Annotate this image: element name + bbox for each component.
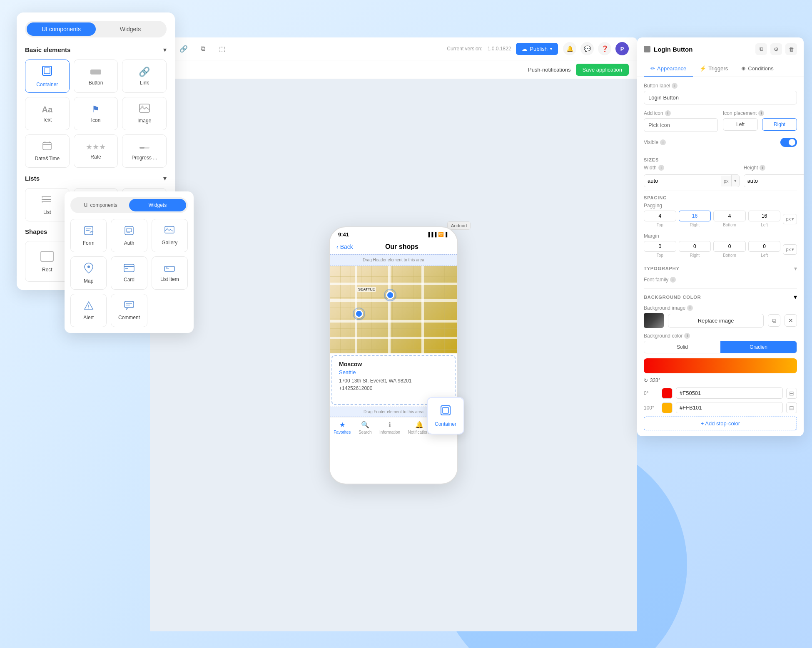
copy-icon[interactable]: ⧉ <box>197 42 209 55</box>
stop-100-delete-button[interactable]: ⊟ <box>786 402 797 413</box>
widgets-tab-widgets[interactable]: Widgets <box>129 199 186 211</box>
margin-top-label: Top <box>657 253 663 258</box>
widget-comment[interactable]: Comment <box>111 294 147 327</box>
notifications-icon: 🔔 <box>415 421 423 429</box>
component-list[interactable]: List <box>25 188 70 221</box>
favorites-label: Favorites <box>334 430 351 434</box>
height-input[interactable] <box>744 175 804 187</box>
font-family-label: Font-family i <box>644 277 797 283</box>
help-icon[interactable]: ❓ <box>598 42 611 55</box>
tab-ui-components[interactable]: UI components <box>27 22 96 36</box>
lists-header: Lists ▾ <box>25 174 167 182</box>
tab-search[interactable]: 🔍 Search <box>359 421 372 434</box>
link-toolbar-icon[interactable]: 🔗 <box>177 42 190 55</box>
bg-section-header[interactable]: BACKGROUND COLOR ▾ <box>644 288 797 305</box>
width-input[interactable] <box>644 175 721 187</box>
chat-icon[interactable]: 💬 <box>580 42 594 55</box>
margin-top-input[interactable] <box>644 241 676 252</box>
user-avatar[interactable]: P <box>615 42 629 55</box>
placement-left-button[interactable]: Left <box>723 118 758 131</box>
widget-auth[interactable]: Auth <box>111 219 147 252</box>
widget-form[interactable]: Form <box>70 219 107 252</box>
component-link[interactable]: 🔗 Link <box>122 60 167 93</box>
width-input-row: px ▾ <box>644 174 740 187</box>
padding-bottom-group: Bottom <box>713 211 746 227</box>
typography-chevron[interactable]: ▾ <box>794 265 797 272</box>
basic-elements-chevron[interactable]: ▾ <box>163 46 167 54</box>
stop-0-delete-button[interactable]: ⊟ <box>786 388 797 399</box>
stop-100-hex-input[interactable] <box>676 402 783 413</box>
tab-appearance[interactable]: ✏ Appearance <box>644 61 693 77</box>
add-stop-color-button[interactable]: + Add stop-color <box>644 417 797 430</box>
margin-bottom-input[interactable] <box>713 241 746 252</box>
stop-100-swatch[interactable] <box>662 402 673 413</box>
padding-top-input[interactable] <box>644 211 676 221</box>
svg-point-16 <box>42 201 43 203</box>
rect-icon <box>40 250 55 264</box>
padding-left-input[interactable] <box>748 211 781 221</box>
panel-duplicate-button[interactable]: ⧉ <box>755 43 767 55</box>
margin-right-input[interactable] <box>679 241 711 252</box>
component-image[interactable]: Image <box>122 97 167 130</box>
stop-0-hex-input[interactable] <box>676 387 783 399</box>
component-button[interactable]: Button <box>74 60 118 93</box>
margin-unit-text: px <box>786 247 791 252</box>
widgets-tab-ui[interactable]: UI components <box>72 199 129 211</box>
gradient-tab-button[interactable]: Gradien <box>720 341 797 353</box>
padding-unit-chevron: ▾ <box>792 216 794 222</box>
bg-image-row: Replace image ⧉ ✕ <box>644 313 797 328</box>
tab-conditions[interactable]: ⊕ Conditions <box>735 61 780 77</box>
stop-100-position: 100° <box>644 405 658 411</box>
widget-alert[interactable]: Alert <box>70 294 107 327</box>
shop-phone[interactable]: +14252612000 <box>339 385 448 392</box>
widget-map[interactable]: Map <box>70 256 107 290</box>
margin-left-input[interactable] <box>748 241 781 252</box>
component-text[interactable]: Aa Text <box>25 97 70 130</box>
expand-icon[interactable]: ⬚ <box>216 42 228 55</box>
map-road-v2 <box>388 266 391 353</box>
visible-toggle[interactable] <box>780 138 797 147</box>
panel-settings-button[interactable]: ⚙ <box>770 43 782 55</box>
tab-favorites[interactable]: ★ Favorites <box>334 421 351 434</box>
icon-picker-input[interactable] <box>644 118 718 132</box>
component-progress[interactable]: Progress ... <box>122 134 167 168</box>
back-button[interactable]: ‹ Back <box>336 243 353 250</box>
bg-delete-icon[interactable]: ✕ <box>785 314 797 327</box>
container-drag-widget[interactable]: Container <box>427 397 464 434</box>
button-icon <box>90 67 102 77</box>
bg-copy-icon[interactable]: ⧉ <box>768 314 780 327</box>
lists-chevron[interactable]: ▾ <box>163 174 167 182</box>
padding-right-input[interactable] <box>679 211 711 221</box>
component-datetime[interactable]: Date&Time <box>25 134 70 168</box>
widgets-panel: UI components Widgets Form Auth Gallery <box>65 191 194 333</box>
solid-tab-button[interactable]: Solid <box>644 341 720 353</box>
triggers-label: Triggers <box>708 65 728 72</box>
bell-icon[interactable]: 🔔 <box>563 42 576 55</box>
city2-label[interactable]: Seattle <box>339 369 448 375</box>
width-unit-chevron[interactable]: ▾ <box>731 175 739 186</box>
stop-0-swatch[interactable] <box>662 388 673 399</box>
push-notifications-button[interactable]: Push-notifications <box>528 67 571 73</box>
button-label-input[interactable] <box>644 91 797 104</box>
save-application-button[interactable]: Save application <box>576 64 629 76</box>
padding-bottom-input[interactable] <box>713 211 746 221</box>
component-rate[interactable]: ★★★ Rate <box>74 134 118 168</box>
component-container[interactable]: Container <box>25 60 70 93</box>
widget-card[interactable]: Card <box>111 256 147 290</box>
component-icon-item[interactable]: ⚑ Icon <box>74 97 118 130</box>
shape-rect[interactable]: Rect <box>25 241 70 282</box>
search-label: Search <box>359 430 372 434</box>
placement-right-button[interactable]: Right <box>762 118 797 131</box>
tab-widgets-left[interactable]: Widgets <box>96 22 165 36</box>
gradient-preview-bar[interactable] <box>644 358 797 373</box>
widget-list-item[interactable]: List item <box>152 256 188 290</box>
publish-button[interactable]: ☁ Publish ▾ <box>516 43 558 55</box>
tab-information[interactable]: ℹ Information <box>379 421 400 434</box>
widget-gallery[interactable]: Gallery <box>152 219 188 252</box>
panel-delete-button[interactable]: 🗑 <box>785 43 797 55</box>
replace-image-button[interactable]: Replace image <box>668 314 764 328</box>
padding-unit-selector[interactable]: px ▾ <box>783 214 797 224</box>
margin-inputs: Top Right Bottom Left <box>644 241 780 258</box>
margin-unit-selector[interactable]: px ▾ <box>783 244 797 255</box>
tab-triggers[interactable]: ⚡ Triggers <box>693 61 735 77</box>
